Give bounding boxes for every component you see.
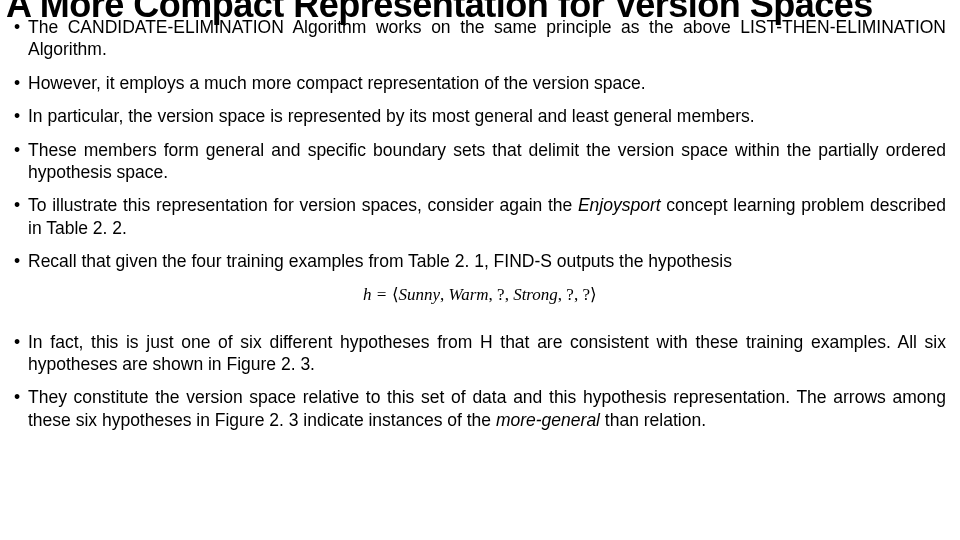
formula-lhs: h = [363, 285, 391, 304]
bullet-text-emphasis: Enjoysport [578, 195, 661, 215]
formula-term: ? [582, 285, 590, 304]
bullet-item: The CANDIDATE-ELIMINATION Algorithm work… [14, 16, 946, 61]
angle-close: ⟩ [590, 285, 597, 304]
formula-term: Sunny [399, 285, 441, 304]
formula-term: Warm [449, 285, 489, 304]
bullet-item: Recall that given the four training exam… [14, 250, 946, 272]
formula-sep: , [440, 285, 449, 304]
formula-block: h = ⟨Sunny, Warm, ?, Strong, ?, ?⟩ [14, 284, 946, 305]
bullet-text: To illustrate this representation for ve… [28, 195, 578, 215]
bullet-text: than relation. [600, 410, 706, 430]
bullet-item: In fact, this is just one of six differe… [14, 331, 946, 376]
formula-term: ? [566, 285, 574, 304]
bullet-item: To illustrate this representation for ve… [14, 194, 946, 239]
bullet-item: In particular, the version space is repr… [14, 105, 946, 127]
bullet-list: In fact, this is just one of six differe… [14, 331, 946, 432]
formula-sep: , [489, 285, 498, 304]
slide-content: The CANDIDATE-ELIMINATION Algorithm work… [14, 16, 946, 442]
bullet-item: These members form general and specific … [14, 139, 946, 184]
bullet-text: They constitute the version space relati… [28, 387, 946, 429]
bullet-item: They constitute the version space relati… [14, 386, 946, 431]
bullet-list: The CANDIDATE-ELIMINATION Algorithm work… [14, 16, 946, 273]
formula-sep: , [505, 285, 514, 304]
formula-term: ? [497, 285, 505, 304]
bullet-text-emphasis: more-general [496, 410, 600, 430]
formula-term: Strong [513, 285, 558, 304]
bullet-item: However, it employs a much more compact … [14, 72, 946, 94]
angle-open: ⟨ [392, 285, 399, 304]
hypothesis-formula: h = ⟨Sunny, Warm, ?, Strong, ?, ?⟩ [363, 285, 597, 304]
